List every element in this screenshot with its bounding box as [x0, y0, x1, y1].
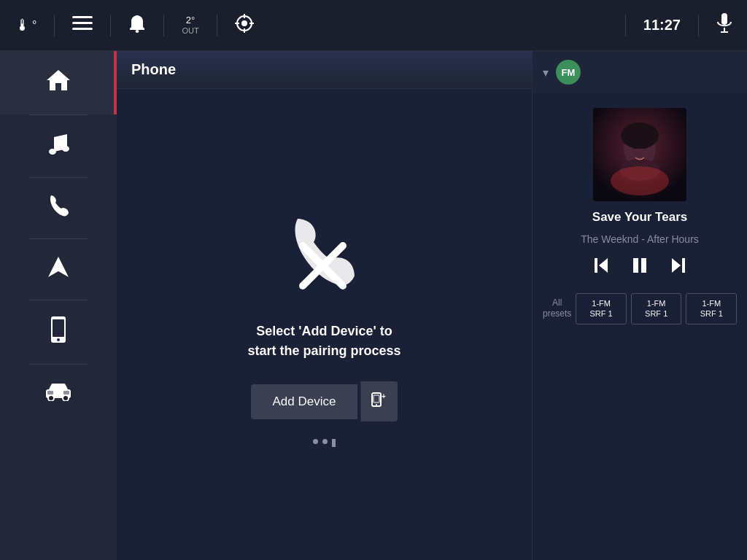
clock-display: 11:27 [643, 17, 681, 34]
svg-marker-43 [672, 258, 681, 273]
preset-2-button[interactable]: 1-FM SRF 1 [631, 293, 682, 324]
svg-rect-40 [595, 258, 597, 273]
svg-rect-0 [72, 16, 93, 18]
divider-6 [698, 15, 699, 36]
album-art-image [593, 108, 686, 201]
svg-rect-41 [633, 258, 638, 273]
svg-point-15 [62, 146, 69, 152]
dot-2 [322, 439, 328, 444]
svg-rect-42 [641, 258, 646, 273]
svg-point-22 [63, 395, 69, 401]
svg-rect-2 [72, 28, 93, 30]
pagination-dots: + [313, 439, 336, 447]
song-subtitle: The Weeknd - After Hours [581, 233, 699, 245]
divider-1 [54, 15, 55, 36]
phone-panel: Phone Select 'Add Device' to start the p… [117, 51, 532, 560]
dot-1 [313, 439, 318, 444]
svg-point-35 [611, 166, 669, 195]
chevron-down-icon[interactable]: ▾ [543, 66, 549, 79]
add-device-row: Add Device + [251, 381, 398, 421]
svg-point-38 [643, 143, 647, 149]
fm-badge: FM [556, 60, 581, 85]
svg-point-5 [242, 21, 247, 26]
svg-marker-16 [48, 257, 69, 277]
presets-row: All presets 1-FM SRF 1 1-FM SRF 1 1-FM S… [543, 293, 737, 324]
player-header: ▾ FM [533, 51, 747, 93]
pairing-instruction: Select 'Add Device' to start the pairing… [247, 322, 400, 361]
music-icon [47, 131, 70, 161]
svg-rect-1 [72, 22, 93, 24]
divider-4 [217, 15, 217, 36]
svg-point-14 [49, 149, 56, 155]
mobile-icon [50, 316, 67, 348]
svg-rect-44 [682, 258, 685, 273]
player-controls [593, 257, 686, 279]
svg-rect-18 [53, 319, 64, 337]
sidebar-item-car[interactable] [0, 365, 117, 422]
phone-icon [47, 194, 70, 222]
sidebar [0, 51, 117, 560]
no-phone-icon [274, 202, 376, 304]
svg-point-29 [376, 404, 377, 405]
previous-button[interactable] [593, 257, 611, 279]
temperature-display: 🌡 ° [15, 16, 36, 35]
phone-header: Phone [117, 51, 532, 89]
sidebar-item-music[interactable] [0, 115, 117, 177]
svg-point-21 [48, 395, 54, 401]
svg-text:+: + [382, 392, 386, 400]
svg-point-37 [632, 143, 637, 149]
right-panel: ▾ FM [532, 51, 747, 560]
player-body: Save Your Tears The Weeknd - After Hours [533, 93, 747, 560]
phone-title: Phone [131, 61, 176, 77]
top-bar: 🌡 ° 2° OUT [0, 0, 747, 51]
divider-3 [163, 15, 164, 36]
divider-5 [625, 15, 626, 36]
phone-content: Select 'Add Device' to start the pairing… [117, 89, 532, 560]
location-icon[interactable] [235, 14, 254, 37]
preset-1-button[interactable]: 1-FM SRF 1 [576, 293, 627, 324]
sidebar-item-navigation[interactable] [0, 239, 117, 300]
outside-temp: 2° OUT [182, 15, 198, 36]
menu-icon[interactable] [72, 16, 93, 35]
svg-rect-28 [374, 395, 379, 402]
song-title: Save Your Tears [592, 210, 687, 225]
thermometer-icon: 🌡 [15, 16, 31, 35]
main-layout: Phone Select 'Add Device' to start the p… [0, 51, 747, 560]
sidebar-item-mobile[interactable] [0, 300, 117, 364]
sidebar-item-phone[interactable] [0, 178, 117, 238]
car-icon [44, 381, 72, 406]
svg-point-3 [136, 30, 139, 33]
temp-value: ° [32, 19, 36, 32]
bell-icon[interactable] [128, 14, 146, 37]
dot-3[interactable]: + [332, 439, 336, 447]
add-device-button[interactable]: Add Device [251, 384, 358, 419]
preset-3-button[interactable]: 1-FM SRF 1 [686, 293, 737, 324]
divider-2 [110, 15, 111, 36]
pause-button[interactable] [631, 257, 649, 279]
presets-label: All presets [543, 298, 571, 320]
svg-point-19 [57, 338, 60, 341]
navigation-icon [47, 255, 70, 284]
top-bar-right: 11:27 [625, 13, 732, 38]
svg-point-36 [621, 122, 659, 149]
microphone-icon[interactable] [716, 13, 732, 38]
svg-marker-39 [599, 258, 608, 273]
home-icon [45, 67, 71, 98]
svg-rect-24 [63, 391, 69, 394]
svg-rect-10 [721, 13, 727, 25]
presets-section: All presets 1-FM SRF 1 1-FM SRF 1 1-FM S… [543, 293, 737, 324]
next-button[interactable] [669, 257, 686, 279]
add-device-extra-button[interactable]: + [360, 381, 398, 421]
svg-rect-23 [47, 391, 53, 394]
sidebar-item-home[interactable] [0, 51, 117, 114]
album-art [593, 108, 686, 201]
svg-marker-13 [47, 70, 70, 90]
top-bar-left: 🌡 ° 2° OUT [15, 14, 254, 37]
